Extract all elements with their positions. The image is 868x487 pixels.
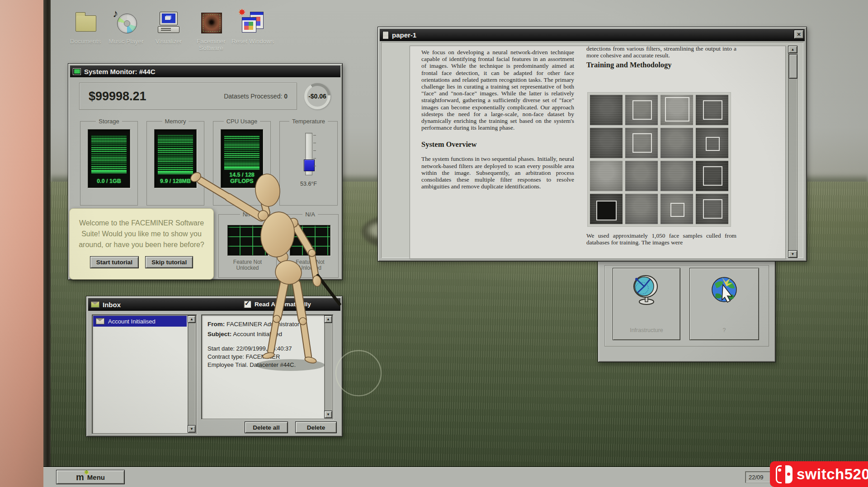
locked-panel: N/A Feature NotUnlocked — [218, 211, 277, 278]
face-grid-tile — [590, 161, 623, 191]
scroll-down-button[interactable]: ▼ — [788, 250, 797, 258]
monitor-icon — [73, 68, 81, 75]
infrastructure-button[interactable]: Infrastructure — [613, 268, 680, 340]
delete-all-button[interactable]: Delete all — [245, 421, 288, 433]
face-grid-tile — [660, 95, 693, 125]
face-grid-tile — [696, 95, 728, 125]
paper-paragraph: The system functions in two sequential p… — [421, 155, 574, 190]
checkbox-icon[interactable] — [244, 300, 251, 308]
face-grid-tile — [660, 161, 693, 191]
face-grid-tile — [696, 161, 728, 191]
faceminer-logo-icon: m✱ — [76, 473, 84, 482]
desktop-icon-label: Documents — [64, 38, 107, 45]
paper-content-area: We focus on developing a neural network-… — [381, 42, 803, 258]
scrollbar-thumb[interactable] — [789, 54, 797, 79]
globe-cursor-icon — [708, 275, 740, 306]
balance-value: $99998.21 — [89, 89, 146, 103]
face-grid-tile — [590, 128, 623, 158]
desktop-icon-label: Music Player — [105, 38, 147, 45]
paper-paragraph: We used approximately 1,050 face samples… — [586, 232, 736, 246]
watermark-text: switch520 — [797, 466, 868, 483]
paper-scrollbar[interactable] — [788, 46, 797, 258]
scroll-up-button[interactable]: ▲ — [188, 315, 196, 323]
eye-icon — [198, 10, 224, 35]
face-grid-tile — [625, 95, 658, 125]
music-cd-icon: ♪ — [113, 10, 139, 35]
tile-label: Infrastructure — [613, 327, 680, 333]
paper-titlebar[interactable]: paper-1 — [380, 29, 805, 41]
inbox-window: Inbox Read Automatically Account Initial… — [86, 296, 343, 437]
paper-column-left: We focus on developing a neural network-… — [421, 49, 574, 196]
read-automatically-checkbox[interactable]: Read Automatically — [244, 300, 311, 308]
face-grid-tile — [660, 194, 693, 224]
cpu-gauge: CPU Usage 14.5 / 128 GFLOPS — [213, 118, 271, 206]
desktop-icon-faceminer[interactable]: Faceminer Software — [190, 10, 232, 52]
balance-panel: $99998.21 Datasets Processed: 0 — [79, 83, 297, 110]
delete-button[interactable]: Delete — [295, 421, 337, 433]
envelope-icon — [91, 301, 99, 308]
folder-icon — [73, 10, 98, 35]
desktop-icon-music-player[interactable]: ♪ Music Player — [105, 10, 147, 45]
scroll-up-button[interactable]: ▲ — [788, 46, 797, 53]
document-icon — [382, 31, 389, 39]
thermometer-slider[interactable] — [305, 133, 312, 175]
paper-window: paper-1 ✕ We focus on developing a neura… — [377, 27, 807, 262]
satellite-dish-icon — [630, 275, 663, 306]
monitor-bezel — [43, 0, 51, 487]
face-grid-tile — [625, 128, 658, 158]
computer-icon — [156, 10, 181, 35]
memory-gauge: Memory 9.9 / 128MB — [146, 118, 204, 206]
infrastructure-panel: Infrastructure ? — [598, 260, 776, 362]
desktop-icon-reset-windows[interactable]: ✸ Reset Windows — [231, 10, 274, 45]
rate-gauge: -$0.06 — [304, 83, 330, 109]
storage-gauge: Storage 0.0 / 1GB — [80, 118, 138, 206]
desktop-icon-documents[interactable]: Documents — [64, 10, 107, 45]
rate-value: -$0.06 — [308, 93, 326, 100]
temperature-value: 53.6°F — [280, 181, 337, 187]
face-grid — [587, 92, 731, 227]
desktop-icon-visualizer[interactable]: Visualizer — [147, 10, 190, 45]
close-button[interactable]: ✕ — [794, 30, 804, 39]
taskbar: m✱ Menu 22/09 — [43, 467, 868, 487]
network-button[interactable]: ? — [689, 268, 759, 340]
temperature-gauge: Temperature 53.6°F — [279, 118, 338, 206]
windows-icon: ✸ — [240, 10, 265, 35]
switch520-watermark: switch520 — [770, 461, 868, 487]
detail-scrollbar[interactable] — [324, 315, 332, 418]
window-title: System Monitor: #44C — [84, 68, 156, 75]
paper-paragraph: We focus on developing a neural network-… — [421, 49, 574, 131]
paper-page: We focus on developing a neural network-… — [410, 46, 786, 259]
scroll-down-button[interactable]: ▼ — [324, 411, 332, 418]
face-grid-tile — [696, 128, 728, 158]
scroll-down-button[interactable]: ▼ — [188, 425, 196, 433]
face-grid-tile — [625, 161, 658, 191]
inbox-message-detail: From: FACEMINER Administrator Subject: A… — [201, 314, 333, 419]
game-screen: Documents ♪ Music Player Visualizer Face… — [0, 0, 868, 487]
face-grid-tile — [590, 194, 623, 224]
face-grid-tile — [625, 194, 658, 224]
face-grid-tile — [696, 194, 728, 224]
list-scrollbar[interactable] — [188, 315, 196, 433]
desktop-icon-label: Visualizer — [147, 38, 190, 45]
skip-tutorial-button[interactable]: Skip tutorial — [145, 256, 193, 268]
storage-value: 0.0 / 1GB — [88, 178, 130, 184]
menu-button[interactable]: m✱ Menu — [56, 470, 125, 484]
memory-value: 9.9 / 128MB — [155, 178, 196, 184]
face-grid-tile — [590, 95, 623, 125]
desktop-icon-label: Reset Windows — [231, 38, 274, 45]
datasets-processed: Datasets Processed: 0 — [224, 93, 288, 100]
tile-label: ? — [690, 327, 759, 333]
locked-panel: N/A Feature NotUnlocked — [282, 211, 339, 278]
face-grid-tile — [660, 128, 693, 158]
cpu-value: 14.5 / 128 GFLOPS — [221, 172, 263, 184]
paper-column-right: detections from various filters, streaml… — [586, 46, 738, 258]
scroll-up-button[interactable]: ▲ — [324, 315, 332, 323]
message-list-item[interactable]: Account Initialised — [93, 316, 187, 327]
tutorial-popup: Welcome to the FACEMINER Software Suite!… — [69, 208, 214, 280]
inbox-message-list: Account Initialised ▲ ▼ — [92, 314, 197, 434]
window-title: paper-1 — [392, 31, 416, 39]
window-title: Inbox — [103, 301, 121, 309]
mail-icon — [96, 318, 104, 324]
system-monitor-titlebar[interactable]: System Monitor: #44C — [70, 66, 340, 77]
start-tutorial-button[interactable]: Start tutorial — [90, 256, 139, 268]
